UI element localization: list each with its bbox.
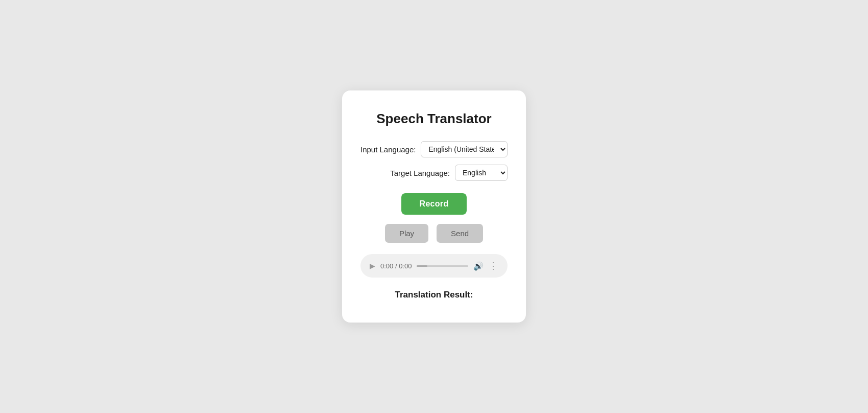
audio-volume-icon[interactable]: 🔊 xyxy=(473,261,484,271)
audio-time: 0:00 / 0:00 xyxy=(380,262,412,270)
audio-progress-fill xyxy=(417,265,427,267)
input-language-select[interactable]: English (United States) Spanish French G… xyxy=(421,141,508,157)
translation-result-label: Translation Result: xyxy=(395,290,473,300)
input-language-row: Input Language: English (United States) … xyxy=(360,141,508,157)
action-buttons-row: Play Send xyxy=(385,224,483,243)
play-button[interactable]: Play xyxy=(385,224,428,243)
target-language-select[interactable]: English Spanish French German Chinese Ja… xyxy=(455,165,508,181)
audio-more-icon[interactable]: ⋮ xyxy=(489,260,498,271)
page-title: Speech Translator xyxy=(376,111,491,127)
target-language-row: Target Language: English Spanish French … xyxy=(360,165,508,181)
audio-player: ▶ 0:00 / 0:00 🔊 ⋮ xyxy=(360,254,508,278)
audio-progress-bar[interactable] xyxy=(417,265,468,267)
audio-play-icon[interactable]: ▶ xyxy=(370,262,375,270)
send-button[interactable]: Send xyxy=(437,224,483,243)
record-button[interactable]: Record xyxy=(401,193,467,215)
input-language-label: Input Language: xyxy=(360,145,416,154)
target-language-label: Target Language: xyxy=(390,169,450,177)
speech-translator-card: Speech Translator Input Language: Englis… xyxy=(342,90,526,323)
